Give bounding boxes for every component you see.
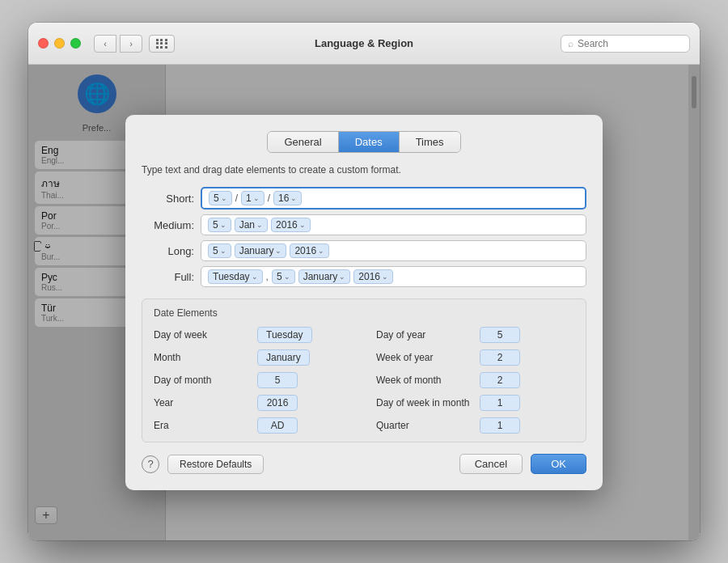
full-weekday-dropdown[interactable]: Tuesday ⌄ [208, 269, 263, 284]
element-label: Week of year [376, 352, 473, 363]
full-month-dropdown[interactable]: January ⌄ [298, 269, 351, 284]
search-input[interactable] [578, 38, 683, 49]
element-label: Era [154, 420, 251, 431]
medium-format-row: Medium: 5 ⌄ Jan ⌄ 2016 ⌄ [142, 214, 586, 235]
element-value-week-of-month: 2 [480, 372, 520, 388]
modal-description: Type text and drag date elements to crea… [142, 164, 586, 176]
footer-left: ? Restore Defaults [142, 455, 264, 474]
element-value-day-of-week: Tuesday [257, 327, 312, 343]
nav-buttons: ‹ › [94, 35, 142, 53]
short-month-dropdown[interactable]: 5 ⌄ [209, 191, 232, 205]
element-value-day-of-year: 5 [480, 327, 520, 343]
short-field[interactable]: 5 ⌄ / 1 ⌄ / 16 ⌄ [201, 187, 586, 210]
full-sep1: , [266, 271, 269, 282]
full-format-row: Full: Tuesday ⌄ , 5 ⌄ January ⌄ 2016 ⌄ [142, 266, 586, 287]
element-value-month: January [257, 349, 310, 366]
main-window: ‹ › Language & Region ⌕ 🌐 Prefe... E [28, 23, 700, 540]
element-value-era: AD [257, 417, 298, 434]
element-label: Day of month [154, 375, 251, 386]
long-label: Long: [142, 245, 194, 257]
window-title: Language & Region [315, 37, 413, 49]
help-button[interactable]: ? [142, 455, 159, 473]
tab-general[interactable]: General [268, 132, 338, 152]
maximize-button[interactable] [70, 38, 81, 49]
medium-month-abbr-dropdown[interactable]: Jan ⌄ [235, 218, 268, 232]
element-label: Quarter [376, 420, 473, 431]
element-label: Day of year [376, 329, 473, 341]
long-day-dropdown[interactable]: 5 ⌄ [208, 243, 231, 258]
restore-defaults-button[interactable]: Restore Defaults [167, 455, 264, 474]
close-button[interactable] [38, 38, 49, 49]
modal-overlay: General Dates Times Type text and drag d… [28, 65, 700, 540]
modal-footer: ? Restore Defaults Cancel OK [142, 454, 586, 474]
search-icon: ⌕ [568, 38, 574, 49]
back-button[interactable]: ‹ [94, 35, 116, 53]
element-row-day-of-week: Day of week Tuesday [154, 327, 352, 343]
element-value-day-of-week-in-month: 1 [480, 395, 520, 411]
short-sep1: / [235, 193, 238, 204]
tab-times[interactable]: Times [400, 132, 460, 152]
element-label: Week of month [376, 375, 473, 386]
element-row-era: Era AD [154, 417, 352, 434]
element-row-quarter: Quarter 1 [376, 417, 574, 434]
footer-right: Cancel OK [459, 454, 586, 474]
short-format-row: Short: 5 ⌄ / 1 ⌄ / 16 ⌄ [142, 187, 586, 210]
element-value-year: 2016 [257, 395, 298, 411]
short-label: Short: [142, 193, 194, 205]
element-label: Month [154, 352, 251, 363]
element-row-year: Year 2016 [154, 395, 352, 411]
element-value-day-of-month: 5 [257, 372, 298, 388]
short-sep2: / [268, 193, 270, 204]
full-year-dropdown[interactable]: 2016 ⌄ [353, 269, 393, 284]
date-elements-section: Date Elements Day of week Tuesday Month [142, 298, 586, 442]
minimize-button[interactable] [54, 38, 65, 49]
short-day-dropdown[interactable]: 1 ⌄ [241, 191, 265, 205]
traffic-lights [38, 38, 81, 49]
titlebar: ‹ › Language & Region ⌕ [28, 23, 700, 65]
element-row-day-of-week-in-month: Day of week in month 1 [376, 395, 574, 411]
ok-button[interactable]: OK [531, 454, 586, 474]
medium-label: Medium: [142, 219, 194, 231]
element-row-week-of-year: Week of year 2 [376, 349, 574, 366]
dates-modal: General Dates Times Type text and drag d… [125, 115, 603, 490]
format-rows: Short: 5 ⌄ / 1 ⌄ / 16 ⌄ Medium: [142, 187, 586, 287]
element-row-month: Month January [154, 349, 352, 366]
full-label: Full: [142, 271, 194, 283]
full-day-dropdown[interactable]: 5 ⌄ [272, 269, 295, 284]
medium-year-dropdown[interactable]: 2016 ⌄ [271, 218, 311, 232]
search-box[interactable]: ⌕ [561, 35, 690, 53]
tab-bar: General Dates Times [267, 131, 460, 153]
window-body: 🌐 Prefe... Eng Engl... ภาษ Thai... Por P… [28, 65, 700, 540]
element-label: Day of week [154, 329, 251, 341]
element-label: Year [154, 397, 251, 408]
grid-view-button[interactable] [149, 35, 175, 53]
element-label: Day of week in month [376, 397, 473, 408]
medium-field[interactable]: 5 ⌄ Jan ⌄ 2016 ⌄ [201, 214, 586, 235]
cancel-button[interactable]: Cancel [459, 454, 523, 474]
tab-dates[interactable]: Dates [339, 132, 400, 152]
element-value-week-of-year: 2 [480, 349, 520, 366]
main-content: General Dates Times Type text and drag d… [166, 65, 688, 540]
element-value-quarter: 1 [480, 417, 520, 434]
long-month-dropdown[interactable]: January ⌄ [235, 243, 287, 258]
long-year-dropdown[interactable]: 2016 ⌄ [290, 243, 329, 258]
elements-grid: Day of week Tuesday Month January Day of… [154, 327, 574, 434]
element-row-day-of-month: Day of month 5 [154, 372, 352, 388]
element-row-day-of-year: Day of year 5 [376, 327, 574, 343]
short-year-dropdown[interactable]: 16 ⌄ [273, 191, 302, 205]
element-row-week-of-month: Week of month 2 [376, 372, 574, 388]
long-field[interactable]: 5 ⌄ January ⌄ 2016 ⌄ [201, 240, 586, 261]
long-format-row: Long: 5 ⌄ January ⌄ 2016 ⌄ [142, 240, 586, 261]
medium-month-num-dropdown[interactable]: 5 ⌄ [208, 218, 231, 232]
forward-button[interactable]: › [120, 35, 142, 53]
full-field[interactable]: Tuesday ⌄ , 5 ⌄ January ⌄ 2016 ⌄ [201, 266, 586, 287]
date-elements-title: Date Elements [154, 307, 574, 319]
